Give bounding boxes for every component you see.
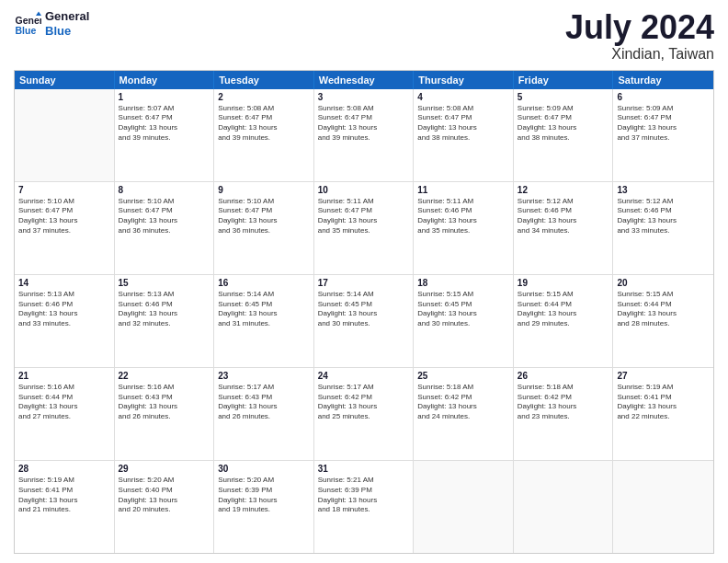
cell-info: Sunrise: 5:13 AMSunset: 6:46 PMDaylight:… xyxy=(18,290,110,329)
cell-info: Sunrise: 5:08 AMSunset: 6:47 PMDaylight:… xyxy=(417,104,509,144)
cell-info: Sunrise: 5:08 AMSunset: 6:47 PMDaylight:… xyxy=(318,104,410,144)
calendar-cell: 22Sunrise: 5:16 AMSunset: 6:43 PMDayligh… xyxy=(115,368,215,460)
calendar-row-4: 21Sunrise: 5:16 AMSunset: 6:44 PMDayligh… xyxy=(15,368,713,461)
day-header-wednesday: Wednesday xyxy=(314,71,415,89)
calendar-cell: 14Sunrise: 5:13 AMSunset: 6:46 PMDayligh… xyxy=(15,275,115,367)
cell-info: Sunrise: 5:10 AMSunset: 6:47 PMDaylight:… xyxy=(218,197,310,236)
calendar-cell: 29Sunrise: 5:20 AMSunset: 6:40 PMDayligh… xyxy=(115,461,215,553)
day-number: 10 xyxy=(318,185,410,195)
day-number: 14 xyxy=(18,278,110,288)
cell-info: Sunrise: 5:15 AMSunset: 6:44 PMDaylight:… xyxy=(617,290,710,329)
logo-line2: Blue xyxy=(45,24,89,39)
location: Xindian, Taiwan xyxy=(565,46,714,63)
calendar-cell: 3Sunrise: 5:08 AMSunset: 6:47 PMDaylight… xyxy=(314,89,415,181)
cell-info: Sunrise: 5:08 AMSunset: 6:47 PMDaylight:… xyxy=(218,104,310,144)
cell-info: Sunrise: 5:11 AMSunset: 6:47 PMDaylight:… xyxy=(318,197,410,236)
day-number: 15 xyxy=(119,278,210,288)
calendar-cell: 6Sunrise: 5:09 AMSunset: 6:47 PMDaylight… xyxy=(613,89,713,181)
calendar-row-3: 14Sunrise: 5:13 AMSunset: 6:46 PMDayligh… xyxy=(15,275,713,368)
day-number: 20 xyxy=(617,278,710,288)
cell-info: Sunrise: 5:21 AMSunset: 6:39 PMDaylight:… xyxy=(318,476,410,515)
day-number: 24 xyxy=(318,371,410,381)
day-number: 6 xyxy=(617,92,710,102)
calendar-cell: 17Sunrise: 5:14 AMSunset: 6:45 PMDayligh… xyxy=(314,275,415,367)
calendar-cell: 10Sunrise: 5:11 AMSunset: 6:47 PMDayligh… xyxy=(314,182,415,274)
day-number: 26 xyxy=(518,371,609,381)
calendar-cell xyxy=(613,461,713,553)
calendar-cell: 28Sunrise: 5:19 AMSunset: 6:41 PMDayligh… xyxy=(15,461,115,553)
logo-line1: General xyxy=(45,9,89,24)
day-number: 25 xyxy=(417,371,509,381)
calendar-cell xyxy=(414,461,514,553)
cell-info: Sunrise: 5:12 AMSunset: 6:46 PMDaylight:… xyxy=(518,197,609,236)
calendar-cell: 4Sunrise: 5:08 AMSunset: 6:47 PMDaylight… xyxy=(414,89,514,181)
cell-info: Sunrise: 5:14 AMSunset: 6:45 PMDaylight:… xyxy=(218,290,310,329)
calendar-cell: 21Sunrise: 5:16 AMSunset: 6:44 PMDayligh… xyxy=(15,368,115,460)
calendar-header: SundayMondayTuesdayWednesdayThursdayFrid… xyxy=(15,71,713,89)
cell-info: Sunrise: 5:07 AMSunset: 6:47 PMDaylight:… xyxy=(119,104,210,144)
logo-icon: General Blue xyxy=(14,10,41,38)
calendar-row-5: 28Sunrise: 5:19 AMSunset: 6:41 PMDayligh… xyxy=(15,461,713,553)
header: General Blue General Blue July 2024 Xind… xyxy=(14,9,714,63)
day-number: 2 xyxy=(218,92,310,102)
day-number: 12 xyxy=(518,185,609,195)
day-number: 13 xyxy=(617,185,710,195)
day-number: 3 xyxy=(318,92,410,102)
calendar-cell: 2Sunrise: 5:08 AMSunset: 6:47 PMDaylight… xyxy=(214,89,314,181)
cell-info: Sunrise: 5:20 AMSunset: 6:40 PMDaylight:… xyxy=(119,476,210,515)
day-number: 8 xyxy=(119,185,210,195)
day-header-sunday: Sunday xyxy=(15,71,115,89)
calendar-cell xyxy=(514,461,614,553)
calendar-cell: 12Sunrise: 5:12 AMSunset: 6:46 PMDayligh… xyxy=(514,182,614,274)
day-header-friday: Friday xyxy=(514,71,614,89)
calendar-cell: 11Sunrise: 5:11 AMSunset: 6:46 PMDayligh… xyxy=(414,182,514,274)
cell-info: Sunrise: 5:14 AMSunset: 6:45 PMDaylight:… xyxy=(318,290,410,329)
day-number: 5 xyxy=(518,92,609,102)
calendar-cell xyxy=(15,89,115,181)
calendar-cell: 31Sunrise: 5:21 AMSunset: 6:39 PMDayligh… xyxy=(314,461,415,553)
cell-info: Sunrise: 5:19 AMSunset: 6:41 PMDaylight:… xyxy=(18,476,110,515)
day-number: 27 xyxy=(617,371,710,381)
calendar-cell: 24Sunrise: 5:17 AMSunset: 6:42 PMDayligh… xyxy=(314,368,415,460)
calendar-cell: 9Sunrise: 5:10 AMSunset: 6:47 PMDaylight… xyxy=(214,182,314,274)
cell-info: Sunrise: 5:19 AMSunset: 6:41 PMDaylight:… xyxy=(617,383,710,422)
day-number: 18 xyxy=(417,278,509,288)
calendar-cell: 16Sunrise: 5:14 AMSunset: 6:45 PMDayligh… xyxy=(214,275,314,367)
cell-info: Sunrise: 5:15 AMSunset: 6:45 PMDaylight:… xyxy=(417,290,509,329)
day-number: 17 xyxy=(318,278,410,288)
day-number: 23 xyxy=(218,371,310,381)
title-block: July 2024 Xindian, Taiwan xyxy=(565,9,714,63)
day-number: 22 xyxy=(119,371,210,381)
calendar-cell: 7Sunrise: 5:10 AMSunset: 6:47 PMDaylight… xyxy=(15,182,115,274)
cell-info: Sunrise: 5:09 AMSunset: 6:47 PMDaylight:… xyxy=(518,104,609,144)
calendar-cell: 26Sunrise: 5:18 AMSunset: 6:42 PMDayligh… xyxy=(514,368,614,460)
day-number: 29 xyxy=(119,464,210,474)
cell-info: Sunrise: 5:10 AMSunset: 6:47 PMDaylight:… xyxy=(18,197,110,236)
day-number: 19 xyxy=(518,278,609,288)
calendar-cell: 15Sunrise: 5:13 AMSunset: 6:46 PMDayligh… xyxy=(115,275,215,367)
day-number: 4 xyxy=(417,92,509,102)
day-header-tuesday: Tuesday xyxy=(214,71,314,89)
calendar-body: 1Sunrise: 5:07 AMSunset: 6:47 PMDaylight… xyxy=(15,89,713,553)
cell-info: Sunrise: 5:17 AMSunset: 6:43 PMDaylight:… xyxy=(218,383,310,422)
calendar-cell: 1Sunrise: 5:07 AMSunset: 6:47 PMDaylight… xyxy=(115,89,215,181)
cell-info: Sunrise: 5:18 AMSunset: 6:42 PMDaylight:… xyxy=(518,383,609,422)
day-number: 16 xyxy=(218,278,310,288)
day-number: 11 xyxy=(417,185,509,195)
cell-info: Sunrise: 5:09 AMSunset: 6:47 PMDaylight:… xyxy=(617,104,710,144)
calendar-cell: 20Sunrise: 5:15 AMSunset: 6:44 PMDayligh… xyxy=(613,275,713,367)
day-number: 31 xyxy=(318,464,410,474)
calendar-cell: 25Sunrise: 5:18 AMSunset: 6:42 PMDayligh… xyxy=(414,368,514,460)
cell-info: Sunrise: 5:16 AMSunset: 6:44 PMDaylight:… xyxy=(18,383,110,422)
calendar-cell: 13Sunrise: 5:12 AMSunset: 6:46 PMDayligh… xyxy=(613,182,713,274)
cell-info: Sunrise: 5:20 AMSunset: 6:39 PMDaylight:… xyxy=(218,476,310,515)
cell-info: Sunrise: 5:12 AMSunset: 6:46 PMDaylight:… xyxy=(617,197,710,236)
cell-info: Sunrise: 5:18 AMSunset: 6:42 PMDaylight:… xyxy=(417,383,509,422)
cell-info: Sunrise: 5:10 AMSunset: 6:47 PMDaylight:… xyxy=(119,197,210,236)
calendar-cell: 30Sunrise: 5:20 AMSunset: 6:39 PMDayligh… xyxy=(214,461,314,553)
calendar: SundayMondayTuesdayWednesdayThursdayFrid… xyxy=(14,70,714,554)
cell-info: Sunrise: 5:13 AMSunset: 6:46 PMDaylight:… xyxy=(119,290,210,329)
day-number: 9 xyxy=(218,185,310,195)
calendar-cell: 19Sunrise: 5:15 AMSunset: 6:44 PMDayligh… xyxy=(514,275,614,367)
day-header-saturday: Saturday xyxy=(613,71,713,89)
